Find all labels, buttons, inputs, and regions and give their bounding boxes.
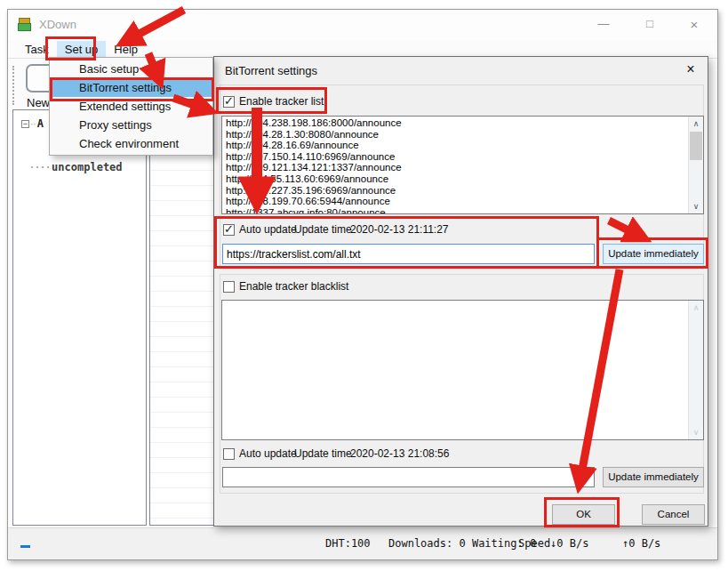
menu-item-proxy-settings[interactable]: Proxy settings	[50, 116, 212, 134]
blacklist-auto-update-checkbox[interactable]	[223, 448, 235, 460]
tree-root-label[interactable]: A	[37, 117, 44, 130]
enable-tracker-blacklist-checkbox[interactable]	[223, 281, 235, 293]
blacklist-update-time-label: Update time	[294, 447, 352, 460]
menu-help[interactable]: Help	[106, 41, 146, 58]
blacklist-scrollbar: ∧ ∨	[688, 301, 703, 439]
scroll-down-icon: ∨	[689, 425, 703, 439]
tracker-url-lines: http://104.238.198.186:8000/announce htt…	[226, 117, 686, 213]
scrollbar-thumb[interactable]	[690, 132, 702, 160]
scroll-down-icon[interactable]: ∨	[689, 199, 703, 213]
xdown-app-icon	[18, 18, 32, 32]
blue-dash-indicator	[20, 545, 30, 548]
tracker-list-scrollbar[interactable]: ∧ ∨	[688, 117, 703, 213]
maximize-icon[interactable]: □	[636, 17, 663, 30]
status-downloads-waiting: Downloads: 0 Waiting: 0	[388, 537, 536, 550]
collapse-icon[interactable]: −	[21, 120, 29, 128]
window-title: XDown	[39, 18, 76, 31]
dialog-close-icon[interactable]: ×	[681, 61, 700, 77]
tracker-list-textarea[interactable]: http://104.238.198.186:8000/announce htt…	[221, 116, 704, 214]
status-dht: DHT:100	[325, 537, 371, 550]
scroll-up-icon: ∧	[689, 301, 703, 315]
annotation-box-bittorrent-settings	[50, 77, 214, 101]
menu-item-basic-setup[interactable]: Basic setup	[50, 60, 212, 78]
menu-bar: Task Set up Help	[8, 40, 717, 58]
title-bar[interactable]: XDown — □ ×	[8, 10, 717, 40]
status-bar: DHT:100 Downloads: 0 Waiting: 0 Speed↓0 …	[8, 527, 717, 559]
bittorrent-settings-dialog: BitTorrent settings × ✓ Enable tracker l…	[213, 56, 708, 527]
toolbar-gripper[interactable]	[12, 66, 14, 105]
status-speed-down: Speed↓0 B/s	[518, 537, 588, 550]
blacklist-auto-update-label[interactable]: Auto update	[239, 447, 297, 460]
tree-root-node[interactable]: − ·· A	[21, 117, 44, 130]
task-tree-panel: − ·· A ····uncompleted	[12, 109, 147, 526]
tree-item-uncompleted[interactable]: ····uncompleted	[28, 161, 123, 173]
status-speed-up: ↑0 B/s	[622, 537, 660, 550]
enable-tracker-blacklist-label[interactable]: Enable tracker blacklist	[239, 280, 348, 293]
dialog-title: BitTorrent settings	[225, 64, 317, 77]
blacklist-update-immediately-button[interactable]: Update immediately	[603, 467, 704, 487]
setup-dropdown-menu: Basic setup BitTorrent settings Extended…	[49, 57, 213, 156]
annotation-box-ok	[544, 497, 620, 527]
menu-item-check-environment[interactable]: Check environment	[50, 134, 212, 153]
minimize-icon[interactable]: —	[590, 17, 617, 30]
blacklist-update-time-value: 2020-02-13 21:08:56	[350, 447, 449, 460]
tree-connector: ··	[30, 119, 36, 129]
screen: XDown — □ × Task Set up Help New − ·· A …	[0, 0, 728, 571]
annotation-box-set-up	[45, 36, 96, 60]
cancel-button[interactable]: Cancel	[642, 504, 705, 525]
blacklist-url-input[interactable]	[222, 467, 595, 487]
close-icon[interactable]: ×	[681, 17, 708, 32]
annotation-box-auto-update	[214, 216, 599, 269]
new-task-label[interactable]: New	[27, 96, 50, 109]
scroll-up-icon[interactable]: ∧	[689, 117, 703, 131]
tracker-blacklist-textarea[interactable]: ∧ ∨	[221, 300, 704, 440]
annotation-box-enable-tracker-list	[216, 87, 327, 114]
annotation-box-update-immediately	[596, 237, 708, 269]
